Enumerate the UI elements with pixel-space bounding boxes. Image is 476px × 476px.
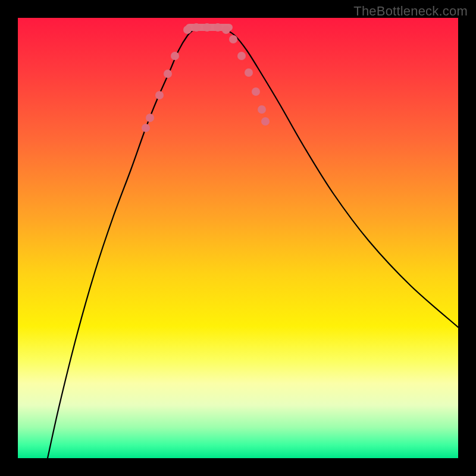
chart-svg	[18, 18, 458, 458]
data-point	[245, 68, 253, 77]
data-point	[164, 70, 172, 78]
data-point	[142, 124, 150, 132]
watermark-text: TheBottleneck.com	[353, 4, 468, 19]
data-point	[252, 87, 260, 96]
data-point	[192, 23, 201, 32]
data-point	[229, 35, 237, 43]
data-point	[258, 105, 266, 114]
data-point-markers	[142, 23, 270, 132]
data-point	[261, 117, 270, 126]
data-point	[183, 26, 192, 34]
curve-right-branch	[226, 30, 458, 327]
data-point	[146, 114, 154, 122]
data-point	[222, 26, 230, 34]
data-point	[171, 52, 179, 60]
data-point	[155, 91, 164, 99]
data-point	[237, 52, 246, 60]
plot-area	[18, 18, 458, 458]
curve-left-branch	[48, 30, 193, 458]
data-point	[203, 23, 211, 32]
outer-frame: TheBottleneck.com	[0, 0, 476, 476]
data-point	[214, 23, 222, 32]
